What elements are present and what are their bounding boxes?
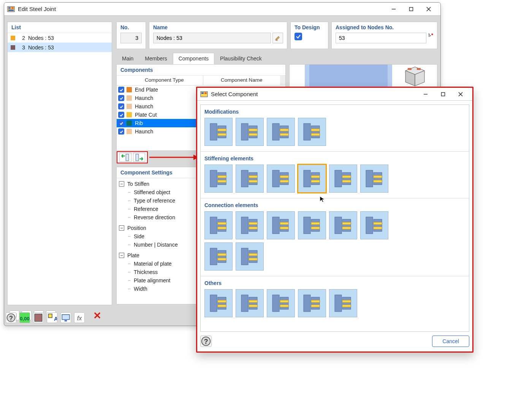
list-row[interactable]: 3 Nodes : 53 [8,43,112,52]
svg-rect-110 [210,248,217,265]
svg-rect-89 [218,227,226,229]
svg-rect-96 [280,222,288,225]
dialog-maximize-button[interactable] [434,89,452,100]
insert-component-after-button[interactable] [133,153,145,162]
svg-rect-94 [272,217,279,234]
row-checkbox[interactable] [118,95,124,101]
component-tile[interactable] [360,211,388,239]
component-tile[interactable] [204,289,233,317]
list-row-color-swatch [11,45,15,50]
dialog-close-button[interactable] [452,89,469,100]
component-tile[interactable] [236,211,264,239]
component-tile[interactable] [329,165,357,193]
svg-rect-86 [210,217,217,234]
tab-main[interactable]: Main [116,53,139,64]
dialog-help-button[interactable]: ? [200,336,212,347]
component-tile[interactable] [267,118,295,146]
to-design-checkbox[interactable] [294,33,302,40]
svg-rect-61 [311,133,320,136]
row-color-swatch [127,104,132,109]
component-tile[interactable] [329,211,357,239]
tab-plausibility[interactable]: Plausibility Check [214,53,268,64]
svg-rect-65 [218,180,226,182]
svg-rect-88 [218,222,226,225]
component-tile[interactable] [298,165,326,193]
help-icon[interactable]: ? [6,312,16,323]
svg-rect-102 [335,217,342,234]
minimize-button[interactable] [385,3,402,15]
component-tile[interactable] [298,211,326,239]
component-tile[interactable] [267,165,295,193]
svg-rect-36 [62,315,70,320]
svg-rect-127 [280,297,288,309]
assigned-nodes-input[interactable] [336,33,426,43]
tab-members[interactable]: Members [139,53,173,64]
svg-rect-137 [342,305,351,307]
section-stiffening: Stiffening elements [201,152,469,198]
svg-rect-120 [218,300,226,302]
svg-rect-5 [410,7,413,11]
list-row[interactable]: 2 Nodes : 53 [8,33,112,43]
svg-rect-20 [136,154,139,161]
component-tile[interactable] [204,118,233,146]
no-input[interactable] [120,33,142,43]
component-tile[interactable] [236,165,264,193]
name-input[interactable] [153,33,271,43]
svg-rect-64 [218,176,226,178]
row-checkbox[interactable] [118,87,124,93]
pick-nodes-icon[interactable] [428,33,433,43]
main-title: Edit Steel Joint [18,6,56,12]
dialog-minimize-button[interactable] [417,89,434,100]
svg-rect-80 [342,176,351,178]
row-checkbox[interactable] [118,120,124,126]
component-tile[interactable] [204,211,233,239]
cancel-button[interactable]: Cancel [432,336,469,347]
insert-component-before-button[interactable] [119,153,131,162]
component-tile[interactable] [329,289,357,317]
svg-rect-59 [311,126,320,138]
annotation-arrow [149,154,199,161]
row-checkbox[interactable] [118,128,124,135]
row-color-swatch [127,95,132,101]
svg-rect-77 [311,180,320,182]
component-tile[interactable] [204,165,233,193]
component-tile[interactable] [236,242,264,271]
tab-components[interactable]: Components [173,53,214,64]
units-icon[interactable]: 0,00 [19,312,30,323]
maximize-button[interactable] [402,3,420,15]
component-tile[interactable] [267,289,295,317]
svg-rect-124 [249,300,257,302]
svg-rect-33 [35,314,42,321]
svg-text:fx: fx [77,315,82,321]
components-table-header: Component Type Component Name [117,76,285,86]
svg-rect-66 [241,170,248,187]
svg-rect-50 [241,124,248,140]
material-color-icon[interactable] [33,312,44,323]
edit-name-icon[interactable] [272,33,283,43]
component-tile[interactable] [236,118,264,146]
row-checkbox[interactable] [118,112,124,118]
svg-rect-49 [218,133,226,136]
component-tile[interactable] [204,242,233,271]
svg-rect-63 [218,173,226,185]
component-tile[interactable] [298,118,326,146]
field-assigned-nodes: Assigned to Nodes No. [331,22,437,49]
svg-rect-68 [249,176,257,178]
formula-icon[interactable]: fx [74,312,85,323]
component-tile[interactable] [267,211,295,239]
field-to-design: To Design [290,22,328,49]
svg-rect-74 [304,170,310,187]
close-button[interactable] [420,3,437,15]
component-tile[interactable] [298,289,326,317]
labels-icon[interactable]: A [47,312,57,323]
svg-rect-70 [272,170,279,187]
svg-rect-118 [210,295,217,312]
svg-rect-2 [11,7,14,9]
component-tile[interactable] [360,165,388,193]
row-checkbox[interactable] [118,103,124,109]
display-icon[interactable] [60,312,71,323]
delete-button[interactable] [92,310,102,320]
field-name: Name [149,22,287,49]
svg-rect-55 [280,126,288,138]
component-tile[interactable] [236,289,264,317]
